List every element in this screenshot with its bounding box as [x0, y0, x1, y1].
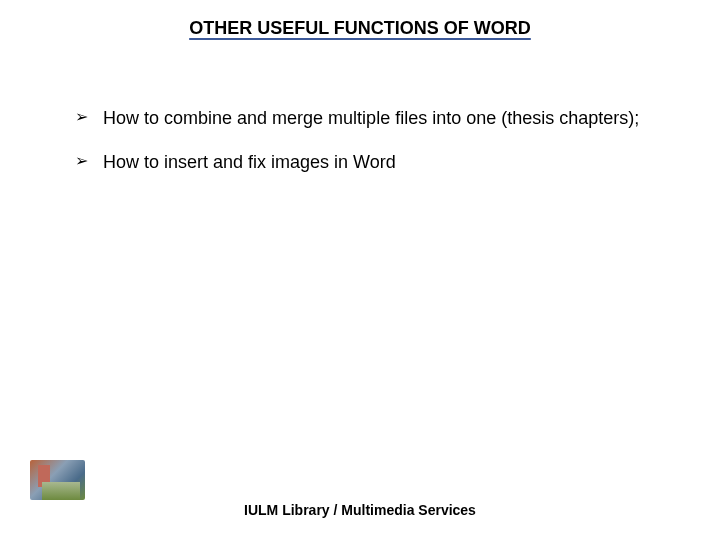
list-item: ➢ How to combine and merge multiple file… — [75, 99, 645, 139]
bullet-list: ➢ How to combine and merge multiple file… — [75, 99, 645, 182]
campus-logo-image — [30, 460, 85, 500]
arrow-bullet-icon: ➢ — [75, 143, 88, 178]
slide-title: OTHER USEFUL FUNCTIONS OF WORD — [0, 0, 720, 39]
bullet-text: How to insert and fix images in Word — [103, 152, 396, 172]
bullet-text: How to combine and merge multiple files … — [103, 108, 639, 128]
footer-text: IULM Library / Multimedia Services — [0, 502, 720, 518]
content-area: ➢ How to combine and merge multiple file… — [0, 39, 720, 182]
arrow-bullet-icon: ➢ — [75, 99, 88, 134]
list-item: ➢ How to insert and fix images in Word — [75, 143, 645, 183]
